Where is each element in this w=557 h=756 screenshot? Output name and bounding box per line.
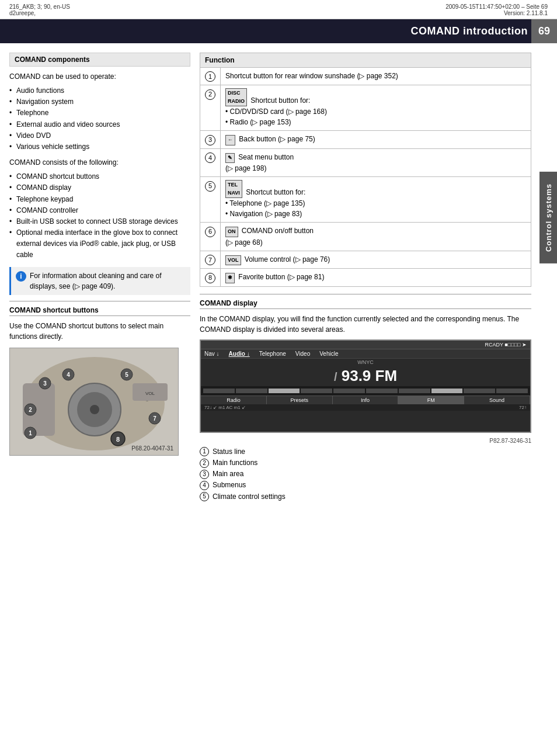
- row-num: 7: [200, 251, 221, 269]
- meta-left-line2: d2ureepe,: [9, 10, 70, 16]
- table-row: 5 TELNAVI Shortcut button for: • Telepho…: [200, 177, 531, 223]
- svg-text:1: 1: [29, 430, 32, 436]
- meta-right-line2: Version: 2.11.8.1: [445, 10, 548, 16]
- table-row: 3 ← Back button (▷ page 75): [200, 131, 531, 149]
- bar-seg: [269, 389, 300, 393]
- divider: [9, 301, 190, 301]
- legend-item: 3 Main area: [200, 469, 531, 480]
- svg-text:3: 3: [43, 380, 47, 387]
- meta-bar: 216_AKB; 3; 90, en-US d2ureepe, 2009-05-…: [0, 0, 557, 19]
- shortcut-image-caption: P68.20-4047-31: [131, 445, 173, 452]
- legend-item: 4 Submenus: [200, 480, 531, 491]
- operate-list: Audio functions Navigation system Teleph…: [9, 85, 190, 152]
- row-num: 1: [200, 68, 221, 85]
- table-row: 1 Shortcut button for rear window sunsha…: [200, 68, 531, 85]
- legend-num: 2: [200, 459, 209, 468]
- list-item: Telephone keypad: [9, 194, 190, 205]
- bar-seg: [203, 389, 235, 393]
- nav-item-video: Video: [295, 351, 310, 357]
- row-num: 8: [200, 269, 221, 287]
- table-row: 8 ✱ Favorite button (▷ page 81): [200, 269, 531, 287]
- comand-nav-row: Nav ↓ Audio ↓ Telephone Video Vehicle: [201, 349, 530, 359]
- consists-list: COMAND shortcut buttons COMAND display T…: [9, 171, 190, 261]
- svg-text:7: 7: [153, 415, 156, 422]
- list-item: Optional media interface in the glove bo…: [9, 227, 190, 261]
- comand-screen: RCADY ■□□□□ ➤ Nav ↓ Audio ↓ Telephone Vi…: [201, 341, 530, 432]
- comand-topbar: RCADY ■□□□□ ➤: [201, 341, 530, 349]
- row-text: VOL Volume control (▷ page 76): [221, 251, 531, 269]
- seat-icon: ✎: [225, 153, 235, 164]
- row-text: ✱ Favorite button (▷ page 81): [221, 269, 531, 287]
- comand-intro-text: COMAND can be used to operate:: [9, 71, 190, 82]
- display-image-caption: P82.87-3246-31: [200, 438, 531, 444]
- bar-seg: [236, 389, 267, 393]
- list-item: External audio and video sources: [9, 119, 190, 130]
- info-icon: i: [16, 271, 26, 282]
- legend-item: 1 Status line: [200, 446, 531, 457]
- function-table: Function 1 Shortcut button for rear wind…: [200, 53, 531, 287]
- comand-components-header: COMAND components: [9, 53, 190, 67]
- list-item: Navigation system: [9, 96, 190, 107]
- row-text: Shortcut button for rear window sunshade…: [221, 68, 531, 85]
- shortcut-body-text: Use the COMAND shortcut buttons to selec…: [9, 321, 190, 342]
- legend-label: Status line: [213, 446, 245, 457]
- row-num: 6: [200, 223, 221, 251]
- legend-list: 1 Status line 2 Main functions 3 Main ar…: [200, 446, 531, 502]
- meta-left: 216_AKB; 3; 90, en-US d2ureepe,: [9, 4, 70, 16]
- comand-freq: / 93.9 FM: [201, 366, 530, 386]
- info-text: For information about cleaning and care …: [30, 271, 186, 292]
- legend-label: Submenus: [213, 480, 246, 491]
- shortcut-image: 1 2 3 4 5 6 7 8: [9, 348, 179, 456]
- function-table-header: Function: [200, 53, 531, 68]
- left-column: COMAND components COMAND can be used to …: [9, 53, 190, 502]
- legend-label: Climate control settings: [213, 491, 286, 502]
- display-divider: [200, 294, 531, 294]
- page-number: 69: [531, 19, 557, 43]
- nav-item-tel: Telephone: [259, 351, 286, 357]
- meta-right-line1: 2009-05-15T11:47:50+02:00 – Seite 69: [445, 4, 548, 10]
- list-item: COMAND controller: [9, 205, 190, 216]
- info-box: i For information about cleaning and car…: [9, 267, 190, 295]
- bar-seg: [431, 389, 463, 393]
- page-title: COMAND introduction: [411, 25, 528, 37]
- legend-num: 1: [200, 447, 209, 456]
- comand-display-body: In the COMAND display, you will find the…: [200, 314, 531, 335]
- fav-icon: ✱: [225, 273, 235, 283]
- tab-radio: Radio: [201, 396, 267, 404]
- row-text: DISCRADIO Shortcut button for: • CD/DVD/…: [221, 85, 531, 131]
- nav-item-vehicle: Vehicle: [319, 351, 338, 357]
- table-row: 6 ON COMAND on/off button (▷ page 68): [200, 223, 531, 251]
- legend-num: 5: [200, 492, 209, 501]
- svg-text:4: 4: [67, 372, 70, 378]
- vol-icon: VOL: [225, 255, 241, 266]
- back-icon: ←: [225, 135, 235, 145]
- list-item: Built-in USB socket to connect USB stora…: [9, 216, 190, 227]
- shortcut-section-title: COMAND shortcut buttons: [9, 306, 190, 316]
- tab-fm: FM: [398, 396, 464, 404]
- list-item: Video DVD: [9, 130, 190, 141]
- tab-presets: Presets: [267, 396, 333, 404]
- list-item: COMAND shortcut buttons: [9, 171, 190, 182]
- comand-bottom-tabs: Radio Presets Info FM Sound: [201, 396, 530, 404]
- svg-text:2: 2: [29, 407, 32, 413]
- shortcut-svg: 1 2 3 4 5 6 7 8: [10, 348, 179, 456]
- table-row: 2 DISCRADIO Shortcut button for: • CD/DV…: [200, 85, 531, 131]
- legend-label: Main functions: [213, 457, 257, 469]
- comand-display-section: COMAND display In the COMAND display, yo…: [200, 294, 531, 502]
- comand-wnyc: WNYC: [201, 359, 530, 366]
- list-item: Telephone: [9, 107, 190, 119]
- legend-num: 4: [200, 481, 209, 490]
- row-text: TELNAVI Shortcut button for: • Telephone…: [221, 177, 531, 223]
- nav-item-nav: Nav ↓: [204, 351, 220, 357]
- svg-text:8: 8: [116, 436, 120, 443]
- topbar-right: RCADY ■□□□□ ➤: [485, 342, 527, 348]
- consists-text: COMAND consists of the following:: [9, 157, 190, 168]
- bar-seg: [333, 389, 365, 393]
- bar-seg: [464, 389, 495, 393]
- row-num: 3: [200, 131, 221, 149]
- legend-num: 3: [200, 470, 209, 479]
- bar-seg: [496, 389, 528, 393]
- bar-seg: [301, 389, 332, 393]
- disc-radio-icon: DISCRADIO: [225, 88, 247, 106]
- comand-bar: [201, 386, 530, 396]
